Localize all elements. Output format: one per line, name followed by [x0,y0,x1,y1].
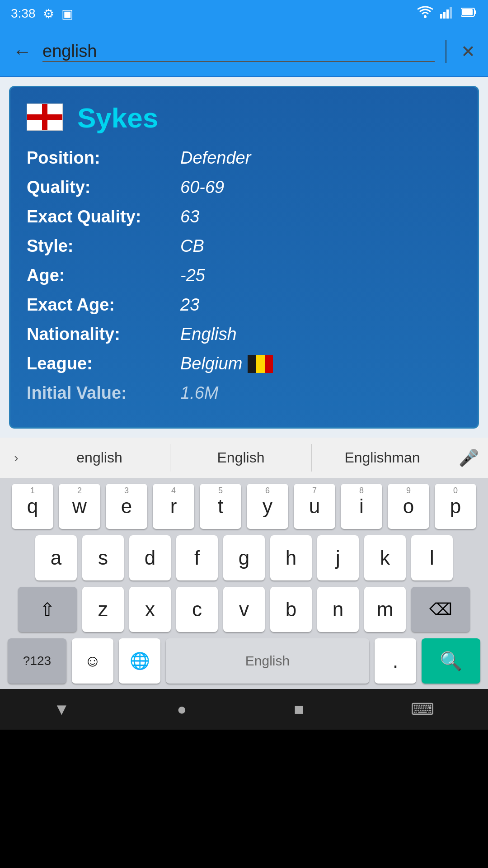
battery-icon [461,7,477,20]
key-m[interactable]: m [364,587,406,632]
exact-age-value: 23 [180,295,199,315]
key-s[interactable]: s [82,535,124,580]
shift-icon: ⇧ [40,599,55,620]
nav-home-icon: ● [177,700,187,718]
wifi-icon [418,6,433,21]
key-globe[interactable]: 🌐 [119,638,160,684]
nationality-label: Nationality: [27,325,180,344]
nationality-row: Nationality: English [27,325,461,344]
bottom-nav: ▼ ● ■ ⌨ [0,689,488,730]
key-j[interactable]: j [317,535,359,580]
exact-quality-value: 63 [180,207,199,226]
key-h[interactable]: h [270,535,312,580]
clear-icon: ✕ [461,42,475,61]
key-y[interactable]: 6y [247,484,288,529]
key-z[interactable]: z [82,587,124,632]
player-card: Sykes Position: Defender Quality: 60-69 … [9,86,479,429]
clear-button[interactable]: ✕ [457,38,479,65]
initial-value-value: 1.6M [180,383,218,403]
quality-value: 60-69 [180,178,224,197]
autocomplete-word-2[interactable]: Englishman [312,444,453,472]
autocomplete-word-1[interactable]: English [170,444,312,472]
emoji-icon: ☺ [84,651,101,670]
key-dot[interactable]: . [375,638,416,684]
key-shift[interactable]: ⇧ [18,587,77,632]
autocomplete-bar: › english English Englishman 🎤 [0,438,488,478]
nav-back-button[interactable]: ▼ [39,694,84,724]
autocomplete-word-0[interactable]: english [29,444,170,472]
nav-keyboard-icon: ⌨ [411,700,434,718]
key-d[interactable]: d [129,535,171,580]
key-v[interactable]: v [223,587,265,632]
svg-rect-2 [443,12,446,19]
league-row: League: Belgium [27,354,461,373]
keyboard-row-3: ⇧ z x c v b n m ⌫ [3,587,485,632]
key-p[interactable]: 0p [435,484,476,529]
exact-age-row: Exact Age: 23 [27,295,461,315]
key-q[interactable]: 1q [12,484,53,529]
keyboard: 1q 2w 3e 4r 5t 6y 7u 8i 9o 0p a s d f g … [0,478,488,689]
key-x[interactable]: x [129,587,171,632]
position-value: Defender [180,148,251,168]
exact-quality-label: Exact Quality: [27,207,180,226]
key-g[interactable]: g [223,535,265,580]
search-icon: 🔍 [440,651,462,672]
key-o[interactable]: 9o [388,484,429,529]
key-f[interactable]: f [176,535,218,580]
keyboard-row-2: a s d f g h j k l [3,535,485,580]
key-r[interactable]: 4r [153,484,194,529]
style-label: Style: [27,236,180,256]
exact-quality-row: Exact Quality: 63 [27,207,461,226]
status-time: 3:38 [11,6,36,21]
nav-back-icon: ▼ [54,700,70,718]
svg-rect-3 [446,9,449,19]
key-w[interactable]: 2w [59,484,100,529]
initial-value-row: Initial Value: 1.6M [27,383,461,403]
key-a[interactable]: a [35,535,77,580]
nav-recent-icon: ■ [294,700,304,718]
key-n[interactable]: n [317,587,359,632]
key-t[interactable]: 5t [200,484,241,529]
back-icon: ← [13,41,32,62]
nav-recent-button[interactable]: ■ [279,694,318,724]
key-e[interactable]: 3e [106,484,147,529]
key-l[interactable]: l [411,535,453,580]
league-value: Belgium [180,354,273,373]
nav-keyboard-button[interactable]: ⌨ [396,694,449,724]
key-u[interactable]: 7u [294,484,335,529]
key-backspace[interactable]: ⌫ [411,587,470,632]
key-k[interactable]: k [364,535,406,580]
quality-label: Quality: [27,178,180,197]
key-c[interactable]: c [176,587,218,632]
svg-rect-7 [474,10,476,14]
content-area: Sykes Position: Defender Quality: 60-69 … [0,77,488,438]
age-label: Age: [27,266,180,285]
status-bar: 3:38 ⚙ ▣ [0,0,488,27]
backspace-icon: ⌫ [429,600,452,619]
svg-rect-4 [450,7,452,19]
age-value: -25 [180,266,205,285]
nationality-value: English [180,325,237,344]
search-input[interactable]: english [42,42,435,62]
keyboard-row-1: 1q 2w 3e 4r 5t 6y 7u 8i 9o 0p [3,484,485,529]
nav-home-button[interactable]: ● [162,694,201,724]
signal-icon [440,6,454,21]
autocomplete-expand-button[interactable]: › [4,445,29,471]
age-row: Age: -25 [27,266,461,285]
style-value: CB [180,236,204,256]
back-button[interactable]: ← [9,37,35,66]
svg-rect-6 [462,9,473,15]
globe-icon: 🌐 [130,651,150,670]
mic-button[interactable]: 🎤 [453,448,484,467]
key-search[interactable]: 🔍 [422,638,480,684]
style-row: Style: CB [27,236,461,256]
svg-rect-1 [440,14,442,19]
key-b[interactable]: b [270,587,312,632]
belgium-flag [248,355,273,373]
key-numbers[interactable]: ?123 [8,638,66,684]
key-i[interactable]: 8i [341,484,382,529]
key-space[interactable]: English [166,638,369,684]
sim-icon: ▣ [61,6,73,21]
key-emoji[interactable]: ☺ [72,638,113,684]
player-name: Sykes [77,102,158,134]
